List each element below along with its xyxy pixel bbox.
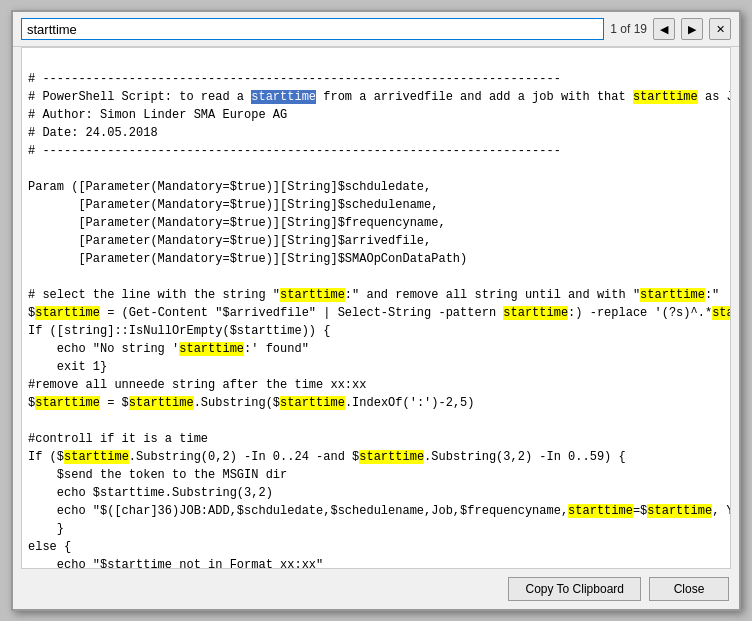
search-count: 1 of 19	[610, 22, 647, 36]
close-button[interactable]: Close	[649, 577, 729, 601]
search-input[interactable]	[21, 18, 604, 40]
copy-to-clipboard-button[interactable]: Copy To Clipboard	[508, 577, 641, 601]
prev-icon: ◀	[660, 23, 668, 36]
next-icon: ▶	[688, 23, 696, 36]
main-dialog: 1 of 19 ◀ ▶ ✕ # ------------------------…	[11, 10, 741, 611]
code-display[interactable]: # --------------------------------------…	[21, 47, 731, 569]
code-line: # --------------------------------------…	[28, 72, 731, 569]
search-bar: 1 of 19 ◀ ▶ ✕	[13, 12, 739, 47]
prev-search-button[interactable]: ◀	[653, 18, 675, 40]
next-search-button[interactable]: ▶	[681, 18, 703, 40]
close-search-button[interactable]: ✕	[709, 18, 731, 40]
footer: Copy To Clipboard Close	[13, 569, 739, 609]
close-icon: ✕	[716, 23, 725, 36]
